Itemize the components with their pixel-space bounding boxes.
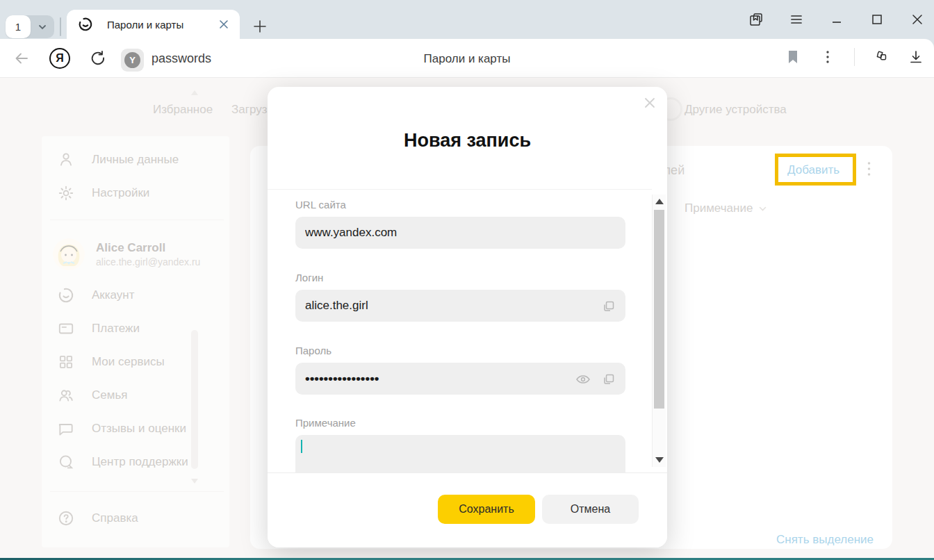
yandex-logo[interactable]: Я [49, 48, 70, 69]
address-text[interactable]: passwords [151, 51, 211, 66]
login-label: Логин [295, 272, 323, 283]
toolbar-separator [854, 48, 855, 66]
tab-counter[interactable]: 1 [6, 15, 54, 38]
eye-icon[interactable] [575, 372, 591, 386]
copy-icon[interactable] [602, 372, 616, 386]
menu-icon[interactable] [788, 11, 805, 28]
close-icon[interactable] [909, 11, 926, 28]
new-entry-dialog: Новая запись URL сайта Логин Пароль [268, 87, 667, 547]
back-arrow-icon[interactable] [13, 49, 31, 67]
yandex-id-smile-icon [78, 17, 93, 32]
password-label: Пароль [295, 345, 331, 356]
dialog-scrollbar[interactable] [652, 195, 666, 467]
url-label: URL сайта [295, 199, 346, 211]
new-tab-button[interactable] [249, 15, 271, 38]
scroll-down-icon[interactable] [655, 457, 664, 463]
tab-counter-value[interactable]: 1 [6, 15, 31, 38]
annotation-highlight-add-button [775, 154, 856, 186]
kebab-icon[interactable] [819, 49, 836, 65]
login-input[interactable] [295, 290, 625, 322]
tab-title: Пароли и карты [107, 19, 183, 31]
text-caret [301, 440, 302, 453]
panels-icon[interactable] [748, 11, 764, 28]
refresh-icon[interactable] [89, 49, 107, 67]
tab-close-icon[interactable] [218, 18, 230, 31]
url-input[interactable] [295, 217, 625, 249]
cancel-button[interactable]: Отмена [542, 495, 639, 524]
save-button[interactable]: Сохранить [438, 495, 535, 524]
tabstrip-separator [60, 17, 61, 36]
protect-badge-icon[interactable]: Y [121, 49, 144, 72]
collections-flag-icon[interactable] [873, 49, 890, 65]
dialog-form: URL сайта Логин Пароль Примечание [268, 189, 652, 472]
scroll-up-icon[interactable] [655, 199, 664, 204]
chevron-down-icon[interactable] [31, 22, 54, 32]
download-icon[interactable] [908, 49, 924, 65]
dialog-title: Новая запись [268, 130, 667, 151]
dialog-footer: Сохранить Отмена [268, 472, 667, 547]
maximize-icon[interactable] [869, 11, 885, 28]
bookmark-icon[interactable] [785, 49, 801, 65]
minimize-icon[interactable] [828, 11, 845, 28]
dialog-close-icon[interactable] [641, 94, 659, 112]
tab-passwords[interactable]: Пароли и карты [67, 10, 240, 39]
note-textarea[interactable] [295, 435, 625, 472]
note-label: Примечание [295, 417, 356, 429]
browser-window: 1 Пароли и карты [0, 0, 934, 560]
copy-icon[interactable] [602, 299, 616, 313]
titlebar: 1 Пароли и карты [0, 0, 934, 39]
scrollbar-thumb[interactable] [654, 210, 664, 409]
